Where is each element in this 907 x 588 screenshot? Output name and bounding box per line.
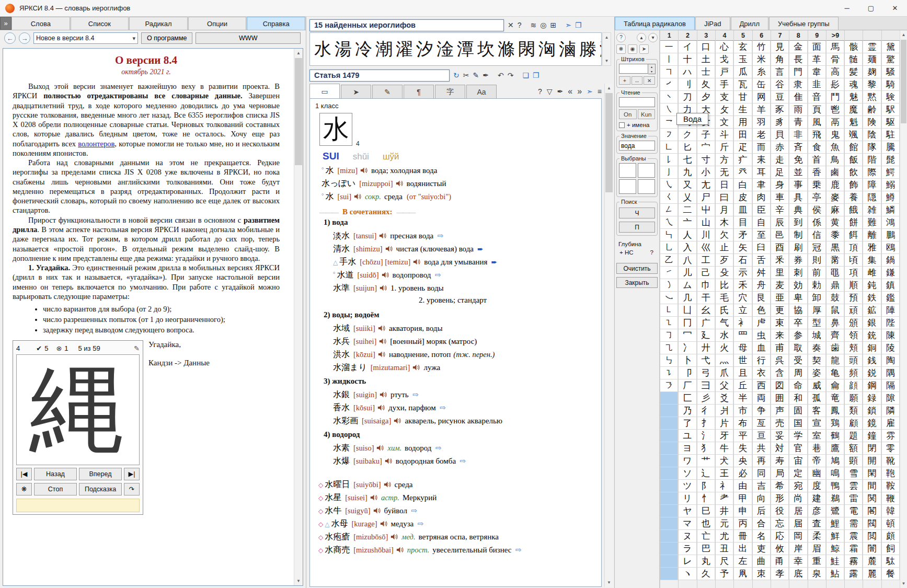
stroke-cell[interactable]: ㇄ <box>660 304 678 317</box>
strokes-range-button[interactable]: ↔ <box>632 76 643 85</box>
radical-cell[interactable]: 爿 <box>716 405 733 417</box>
radical-cell[interactable]: 騰 <box>882 141 900 154</box>
radical-cell[interactable]: 央 <box>734 455 752 467</box>
radical-cell[interactable]: 協 <box>789 304 807 317</box>
dictionary-entry[interactable]: 洪水[kōzui]наводнение, потоп(тж. перен.) <box>314 349 597 362</box>
radical-cell[interactable]: 順 <box>845 279 863 292</box>
radical-cell[interactable]: 閥 <box>863 517 881 530</box>
radical-cell[interactable]: 用 <box>734 116 752 129</box>
resize-icon[interactable]: ❏ <box>522 71 529 79</box>
scroll-up-icon[interactable]: ▲ <box>603 33 611 42</box>
radical-cell[interactable]: 願 <box>845 392 863 405</box>
reference-arrow-icon[interactable]: ⇨ <box>434 271 441 280</box>
radical-cell[interactable]: 餌 <box>845 229 863 241</box>
radical-cell[interactable]: 命 <box>789 379 807 392</box>
radical-cell[interactable]: 幽 <box>808 467 826 480</box>
radical-cell[interactable]: 国 <box>789 417 807 430</box>
radical-cell[interactable]: 巷 <box>808 442 826 455</box>
radical-cell[interactable]: 鵬 <box>882 229 900 241</box>
radical-cell[interactable]: 刂 <box>679 78 696 91</box>
radical-cell[interactable]: 口 <box>697 41 715 53</box>
radical-cell[interactable]: 金 <box>789 41 807 53</box>
radical-cell[interactable]: 鮮 <box>826 530 844 543</box>
radical-cell[interactable]: 久 <box>697 568 715 580</box>
radical-cell[interactable]: 岡 <box>789 530 807 543</box>
reference-arrow-icon[interactable]: ⇨ <box>460 457 466 466</box>
stroke-cell[interactable]: ㇊ <box>660 367 678 379</box>
radical-cell[interactable]: 龍 <box>826 354 844 367</box>
radical-cell[interactable]: 需 <box>845 517 863 530</box>
radical-cell[interactable]: 麓 <box>863 555 881 568</box>
radical-cell[interactable]: 姿 <box>808 367 826 379</box>
radical-cell[interactable]: 雑 <box>863 204 881 216</box>
radical-cell[interactable]: 亡 <box>697 530 715 543</box>
radical-cell[interactable]: 震 <box>845 530 863 543</box>
last-question-button[interactable]: ▶| <box>124 468 140 480</box>
radical-cell[interactable]: 疒 <box>734 154 752 166</box>
radical-cell[interactable]: 室 <box>808 430 826 442</box>
radical-cell[interactable]: 題 <box>845 430 863 442</box>
radical-cell[interactable]: 周 <box>789 367 807 379</box>
radical-cell[interactable]: 虍 <box>753 317 771 329</box>
radical-cell[interactable]: 白 <box>734 179 752 191</box>
radical-cell[interactable]: 尸 <box>697 191 715 204</box>
radical-cell[interactable]: 臼 <box>753 241 771 254</box>
radical-cell[interactable]: 止 <box>716 241 733 254</box>
radical-cell[interactable]: 宀 <box>697 141 715 154</box>
found-kanji[interactable]: 閖 <box>518 38 535 61</box>
radical-cell[interactable]: 朿 <box>753 568 771 580</box>
radical-cell[interactable]: マ <box>679 517 696 530</box>
radical-cell[interactable]: 効 <box>789 279 807 292</box>
radical-cell[interactable]: 弓 <box>697 367 715 379</box>
stroke-cell[interactable]: ㇟ <box>660 241 678 254</box>
radical-cell[interactable]: 衤 <box>734 317 752 329</box>
radical-cell[interactable]: 魅 <box>845 91 863 103</box>
radical-cell[interactable]: 陰 <box>863 129 881 141</box>
radical-cell[interactable]: 廾 <box>697 342 715 354</box>
radical-cell[interactable]: 角 <box>771 53 789 66</box>
stroke-cell[interactable]: ㇆ <box>660 329 678 342</box>
radical-cell[interactable]: 几 <box>679 292 696 304</box>
gear-icon[interactable]: ❋ <box>616 44 626 54</box>
speaker-icon[interactable] <box>413 259 421 265</box>
radical-cell[interactable]: 羊 <box>753 103 771 116</box>
radical-cell[interactable]: 弋 <box>697 354 715 367</box>
radical-cell[interactable]: 麻 <box>826 204 844 216</box>
radical-cell[interactable]: 香 <box>808 166 826 179</box>
radical-cell[interactable]: 共 <box>753 442 771 455</box>
radical-cell[interactable]: 戸 <box>716 66 733 78</box>
radical-cell[interactable]: 巛 <box>697 241 715 254</box>
toolbar-tab-tools-icon[interactable]: ➤ <box>341 85 371 98</box>
radical-cell[interactable]: 希 <box>771 480 789 492</box>
radical-cell[interactable]: 豆 <box>771 91 789 103</box>
selected-radical-slot[interactable] <box>619 163 636 178</box>
collapse-up-icon[interactable]: ▴ <box>637 33 646 42</box>
radical-cell[interactable]: 城 <box>808 329 826 342</box>
radical-cell[interactable]: 言 <box>771 66 789 78</box>
minimize-button[interactable]: ─ <box>835 0 859 16</box>
speaker-icon[interactable] <box>396 180 404 187</box>
close-results-icon[interactable]: ✕ <box>508 21 514 29</box>
radical-cell[interactable]: 聿 <box>753 179 771 191</box>
found-kanji[interactable]: 滕 <box>579 38 596 61</box>
radical-cell[interactable]: 長 <box>789 53 807 66</box>
radical-cell[interactable]: 矢 <box>734 241 752 254</box>
radical-cell[interactable]: 束 <box>771 317 789 329</box>
radical-cell[interactable]: 鮎 <box>826 568 844 580</box>
radical-cell[interactable]: 老 <box>753 129 771 141</box>
radical-cell[interactable]: 参 <box>789 329 807 342</box>
radical-cell[interactable]: 礻 <box>716 480 733 492</box>
radical-cell[interactable]: 顕 <box>845 455 863 467</box>
radical-cell[interactable]: 屮 <box>697 204 715 216</box>
help-topic-select[interactable]: Новое в версии 8.4 ▾ <box>33 32 138 44</box>
radical-cell[interactable]: 卑 <box>789 292 807 304</box>
stroke-cell[interactable] <box>660 555 678 568</box>
radical-cell[interactable]: 曰 <box>716 191 733 204</box>
stroke-cell[interactable] <box>660 543 678 555</box>
radical-cell[interactable]: 韋 <box>808 66 826 78</box>
radical-cell[interactable]: 鬥 <box>826 91 844 103</box>
radical-cell[interactable]: 合 <box>753 517 771 530</box>
dictionary-entry[interactable]: ◇水星[suisei]астр.Меркурий <box>314 492 597 505</box>
radical-cell[interactable]: 餓 <box>845 204 863 216</box>
speaker-icon[interactable] <box>385 458 393 464</box>
